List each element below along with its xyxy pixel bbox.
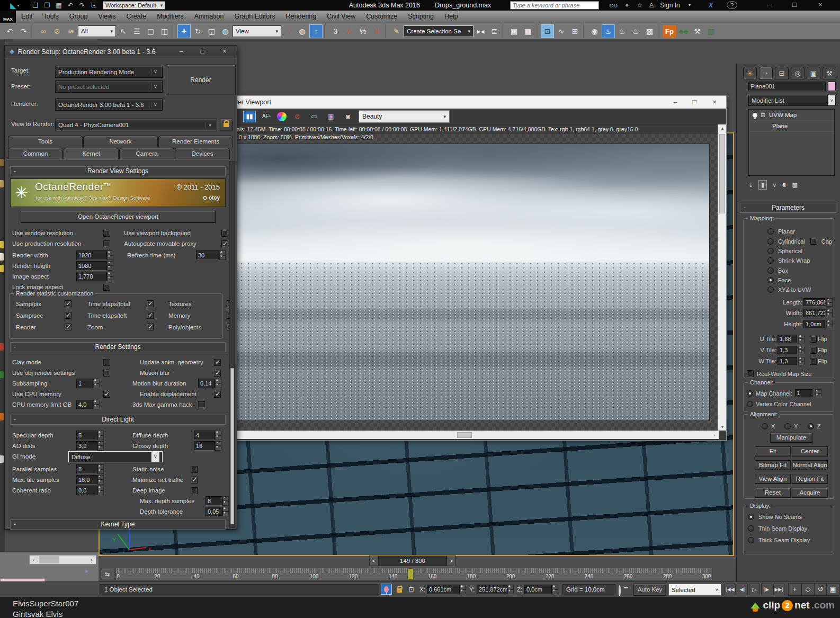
axis-y-radio[interactable] (784, 423, 791, 429)
autofocus-icon[interactable]: AF¹ (260, 111, 273, 122)
pan-zoom-icon[interactable]: + (788, 583, 801, 596)
search-input[interactable] (511, 2, 598, 8)
tab-tools[interactable]: Tools (8, 136, 83, 147)
time-elaps-total-checkbox[interactable] (147, 300, 154, 307)
project-toggle-icon[interactable]: ⎘ (88, 0, 100, 11)
app-menu-button[interactable]: ◣ ▾ (0, 0, 30, 11)
new-scene-icon[interactable]: ❏ (30, 0, 41, 11)
section-direct-light[interactable]: - Direct Light (10, 415, 226, 425)
grab-viewport-icon[interactable]: ◙ (342, 111, 354, 122)
face-radio[interactable] (767, 277, 774, 283)
maximize-button[interactable]: □ (193, 47, 211, 57)
thick-seam-display-radio[interactable] (748, 537, 754, 543)
max-depth-samples-spinner[interactable] (222, 496, 229, 506)
schematic-view-icon[interactable]: ⊞ (568, 24, 582, 38)
object-name-field[interactable]: Plane001 (748, 82, 826, 91)
ao-dists-spinner[interactable] (97, 441, 104, 451)
use-pivot-point-icon[interactable]: ∴ (282, 24, 295, 38)
w-tile-field[interactable]: 1,3 (778, 357, 797, 365)
axis-z-radio[interactable] (808, 423, 814, 429)
use-viewport-background-checkbox[interactable] (221, 230, 228, 237)
ribbon-toggle-icon[interactable]: ▦ (521, 24, 534, 38)
stop-refresh-icon[interactable]: ⊘ (291, 111, 303, 122)
specular-depth-spinner[interactable] (97, 431, 104, 440)
reset-button[interactable]: Reset (755, 488, 791, 498)
bitmap-fit-button[interactable]: Bitmap Fit (755, 460, 791, 470)
y-coordinate-field[interactable]: 251,872cm (477, 585, 507, 594)
samp-pix-checkbox[interactable] (65, 300, 72, 307)
scroll-down-icon[interactable]: ▾ (718, 423, 727, 431)
width-field[interactable]: 661,722cm (803, 309, 825, 317)
save-file-icon[interactable]: ▦ (53, 0, 65, 11)
maximize-button[interactable]: □ (685, 97, 704, 108)
mapping-option[interactable]: Shrink Wrap (767, 257, 810, 264)
mapping-option[interactable]: Planar (767, 228, 795, 235)
gamma-hack-checkbox[interactable] (198, 401, 205, 408)
set-key-icon[interactable] (619, 586, 621, 596)
timeline-playhead[interactable] (407, 568, 414, 580)
maximize-viewport-icon[interactable]: ▣ (826, 583, 839, 596)
selection-lock-icon[interactable] (394, 584, 405, 595)
parallel-samples-field[interactable]: 8 (76, 464, 97, 474)
color-management-icon[interactable] (277, 112, 287, 121)
modifier-list-dropdown[interactable]: Modifier List (748, 95, 828, 106)
render-production-icon[interactable]: ♨ (629, 24, 642, 38)
scrollbar-thumb[interactable] (39, 556, 59, 563)
undo-icon[interactable]: ↶ (65, 0, 76, 11)
orbit-icon[interactable]: ↺ (814, 583, 827, 596)
search-box[interactable] (510, 1, 599, 10)
fit-screen-icon[interactable]: ▭ (308, 111, 320, 122)
u-tile-field[interactable]: 1,68 (778, 335, 797, 343)
edit-named-selection-icon[interactable]: ✎ (390, 24, 403, 38)
chevron-down-icon[interactable]: ˅ (828, 95, 836, 106)
use-window-resolution-checkbox[interactable] (103, 230, 110, 237)
display-option[interactable]: Show No Seams (748, 514, 802, 520)
rendered-frame-window-icon[interactable]: ♨ (615, 24, 629, 38)
max-depth-samples-field[interactable]: 8 (205, 496, 222, 506)
depth-tolerance-field[interactable]: 0,05 (205, 507, 222, 516)
coherent-ratio-field[interactable]: 0,0 (76, 486, 97, 495)
render-channel-dropdown[interactable]: Beauty ▾ (359, 110, 450, 123)
mapping-option[interactable]: Spherical (767, 248, 802, 254)
cap-checkbox[interactable] (810, 238, 817, 245)
planar-radio[interactable] (767, 228, 774, 235)
normal-align-button[interactable]: Normal Align (792, 460, 828, 470)
undo-icon[interactable]: ↶ (3, 24, 16, 38)
view-align-button[interactable]: View Align (755, 474, 791, 484)
xyz-to-uvw-radio[interactable] (767, 286, 774, 293)
show-no-seams-radio[interactable] (748, 514, 754, 520)
redo-icon[interactable]: ↷ (76, 0, 88, 11)
section-render-settings[interactable]: - Render Settings (10, 342, 226, 352)
help-icon[interactable]: ? (727, 1, 737, 9)
menu-views[interactable]: Views (93, 11, 121, 23)
render-width-spinner[interactable] (107, 250, 113, 260)
u-tile-spinner[interactable] (798, 335, 805, 343)
curve-editor-icon[interactable]: ∿ (555, 24, 568, 38)
glossy-depth-spinner[interactable] (215, 441, 221, 451)
bind-to-space-warp-icon[interactable]: ≋ (64, 24, 77, 38)
material-editor-icon[interactable]: ◉ (588, 24, 601, 38)
motion-blur-checkbox[interactable] (214, 370, 221, 377)
cylindrical-radio[interactable] (767, 238, 774, 245)
cpu-memory-limit-spinner[interactable] (93, 400, 100, 409)
forest-pack-icon[interactable]: ♣♣ (677, 24, 690, 38)
menu-customize[interactable]: Customize (361, 11, 403, 23)
vertical-scrollbar[interactable]: ▴ ▾ (718, 124, 726, 431)
window-crossing-icon[interactable]: ◫ (158, 24, 171, 38)
expand-listener-icon[interactable]: » (85, 568, 88, 574)
tools-icon[interactable]: ⚒ (691, 24, 704, 38)
thin-seam-display-radio[interactable] (748, 525, 754, 532)
tab-devices[interactable]: Devices (175, 148, 230, 159)
select-and-place-icon[interactable]: ◍ (219, 24, 232, 38)
mirror-icon[interactable]: ▸◂ (474, 24, 487, 38)
coherent-ratio-spinner[interactable] (97, 486, 104, 495)
static-noise-checkbox[interactable] (191, 466, 198, 473)
timeline-ruler[interactable]: 0 20 40 60 80 100 120 140 160 180 200 22… (115, 568, 712, 580)
isolate-selection-icon[interactable] (381, 584, 392, 595)
search-icon[interactable]: ◎◎ (606, 0, 620, 11)
favorites-icon[interactable]: ☆ (634, 0, 646, 11)
render-setup-icon[interactable]: ♨ (602, 24, 615, 38)
vertex-color-row[interactable]: Vertex Color Channel (747, 401, 811, 407)
section-render-view-settings[interactable]: - Render View Settings (10, 166, 226, 176)
refresh-time-spinner[interactable] (219, 250, 226, 260)
